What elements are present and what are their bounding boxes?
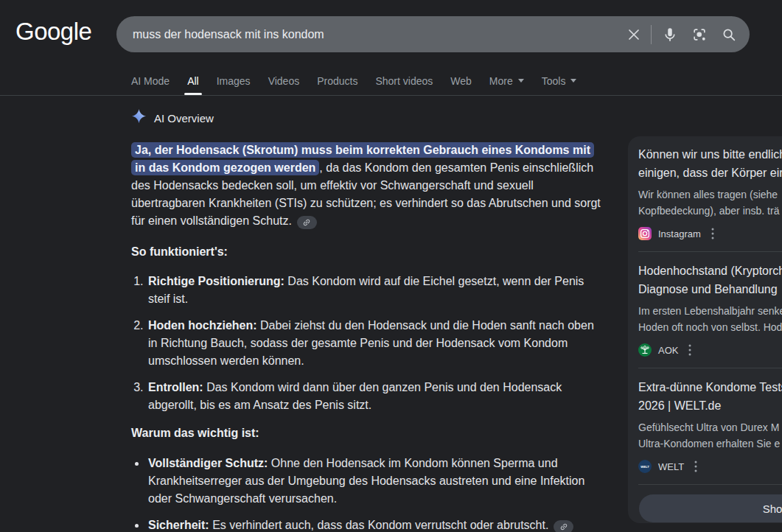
tab-ai-mode[interactable]: AI Mode [131, 74, 170, 95]
google-lens-icon[interactable] [691, 26, 708, 43]
show-all-button[interactable]: Show all [639, 494, 782, 522]
ai-overview-header: AI Overview [131, 108, 603, 129]
source-link-chip[interactable] [554, 520, 573, 532]
source-card[interactable]: Extra-dünne Kondome Testsi 2026 | WELT.d… [638, 378, 782, 485]
ai-overview-label: AI Overview [154, 110, 214, 127]
ai-answer-paragraph: Ja, der Hodensack (Skrotum) muss beim ko… [131, 141, 603, 230]
chevron-down-icon [570, 79, 576, 83]
search-icon[interactable] [720, 26, 738, 43]
welt-icon: WELT [638, 460, 652, 473]
source-name: WELT [658, 461, 684, 472]
svg-text:WELT: WELT [640, 465, 649, 469]
tab-images[interactable]: Images [217, 74, 251, 95]
list-item: Sicherheit: Es verhindert auch, dass das… [147, 517, 603, 532]
card-title[interactable]: Können wir uns bitte endlich einigen, da… [638, 145, 782, 182]
source-card[interactable]: Können wir uns bitte endlich einigen, da… [638, 145, 782, 252]
card-divider [638, 368, 782, 368]
sources-panel: Können wir uns bitte endlich einigen, da… [628, 136, 782, 523]
clear-icon[interactable] [625, 26, 643, 43]
section-heading-why-important: Warum das wichtig ist: [131, 424, 603, 442]
tab-web[interactable]: Web [450, 74, 472, 95]
result-type-tabs: AI Mode All Images Videos Products Short… [131, 74, 576, 95]
tab-short-videos[interactable]: Short videos [375, 74, 433, 95]
search-input[interactable]: muss der hodensack mit ins kondom [133, 28, 324, 41]
microphone-icon[interactable] [661, 26, 679, 43]
more-options-icon[interactable] [688, 344, 691, 356]
list-item: Hoden hochziehen: Dabei ziehst du den Ho… [147, 317, 603, 370]
card-divider [638, 251, 782, 252]
search-divider [651, 25, 652, 44]
section-heading-how-it-works: So funktioniert's: [131, 243, 603, 261]
sparkle-icon [131, 108, 147, 129]
google-logo[interactable]: Google [15, 18, 91, 46]
more-options-icon[interactable] [694, 461, 697, 472]
card-divider [638, 484, 782, 485]
list-item: Entrollen: Das Kondom wird dann über den… [147, 379, 603, 414]
more-options-icon[interactable] [711, 228, 714, 239]
card-title[interactable]: Hodenhochstand (Kryptorchi Diagnose und … [638, 262, 782, 298]
steps-list: Richtige Positionierung: Das Kondom wird… [131, 273, 603, 414]
source-name: AOK [658, 345, 678, 356]
chevron-down-icon [518, 79, 524, 83]
list-item: Vollständiger Schutz: Ohne den Hodensack… [147, 455, 603, 508]
tab-videos[interactable]: Videos [268, 74, 300, 95]
tab-tools[interactable]: Tools [542, 74, 577, 95]
header-divider [0, 95, 782, 96]
source-card[interactable]: Hodenhochstand (Kryptorchi Diagnose und … [638, 262, 782, 368]
ai-overview-panel: AI Overview Ja, der Hodensack (Skrotum) … [131, 108, 603, 532]
aok-icon [638, 343, 652, 357]
card-title[interactable]: Extra-dünne Kondome Testsi 2026 | WELT.d… [638, 378, 782, 415]
card-description: Im ersten Lebenshalbjahr senke Hoden oft… [638, 303, 782, 335]
bullet-list: Vollständiger Schutz: Ohne den Hodensack… [131, 455, 603, 532]
source-link-chip[interactable] [297, 216, 317, 229]
search-bar[interactable]: muss der hodensack mit ins kondom [116, 16, 750, 52]
list-item: Richtige Positionierung: Das Kondom wird… [147, 273, 603, 308]
instagram-icon [638, 227, 652, 240]
tab-products[interactable]: Products [317, 74, 357, 95]
card-description: Wir können alles tragen (siehe Kopfbedec… [638, 186, 782, 219]
tab-all[interactable]: All [187, 74, 199, 95]
tab-more[interactable]: More [489, 74, 524, 95]
card-description: Gefühlsecht Ultra von Durex M Ultra-Kond… [638, 419, 782, 452]
source-name: Instagram [658, 228, 701, 239]
